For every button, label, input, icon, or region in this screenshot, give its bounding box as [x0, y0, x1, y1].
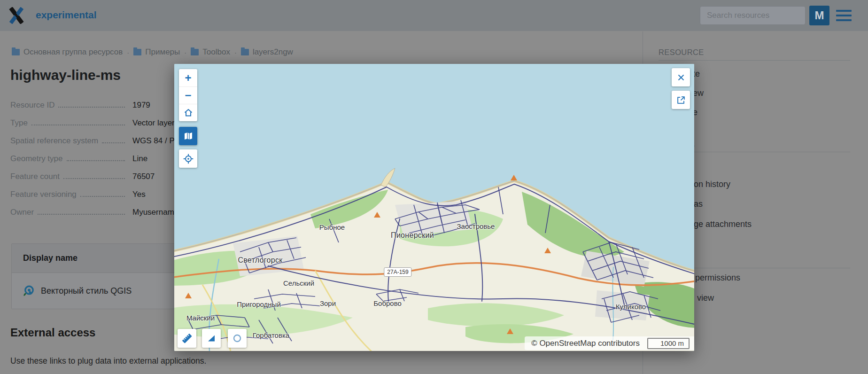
dotted-leader	[38, 214, 125, 215]
sidebar-item-fragment[interactable]: ge attachments	[694, 219, 752, 229]
brand-title[interactable]: experimental	[36, 9, 97, 21]
sidebar-item-fragment[interactable]: ew	[693, 88, 704, 98]
map-place-label: Куликово	[616, 303, 646, 311]
dotted-leader	[63, 178, 125, 179]
measure-distance-button[interactable]	[178, 329, 196, 348]
qgis-style-icon	[22, 285, 35, 297]
dotted-leader	[58, 107, 125, 108]
close-icon	[676, 72, 686, 83]
map-preview-modal: Рыбное Пионерский Заостровье Светлогорск…	[174, 64, 694, 351]
breadcrumb-separator: ·	[184, 48, 186, 56]
map-attribution: © OpenStreetMap contributors 1000 m	[525, 336, 694, 350]
map-place-label: Зори	[320, 299, 336, 307]
menu-button[interactable]	[836, 10, 852, 21]
measure-area-button[interactable]	[202, 329, 221, 348]
basemap-toggle-button[interactable]	[179, 127, 197, 145]
map-icon	[183, 131, 194, 142]
menu-icon	[836, 10, 852, 12]
zoom-in-button[interactable]: +	[179, 69, 197, 86]
folder-icon	[12, 49, 20, 55]
map-place-label: Рыбное	[319, 223, 345, 231]
dotted-leader	[80, 196, 125, 197]
sidebar-item-fragment[interactable]: on history	[694, 179, 730, 189]
external-link-icon	[676, 95, 686, 105]
ruler-icon	[181, 332, 193, 344]
breadcrumb-separator: ·	[234, 48, 237, 56]
sidebar-item-fragment[interactable]: as	[694, 199, 703, 209]
map-place-label: Пионерский	[391, 231, 434, 240]
sidebar-item-fragment[interactable]: view	[697, 293, 714, 303]
target-icon	[182, 153, 194, 165]
folder-icon	[191, 49, 199, 55]
identify-circle-button[interactable]	[228, 329, 247, 348]
sidebar-heading-resource: RESOURCE	[659, 48, 704, 57]
breadcrumb: Основная группа ресурсов · Примеры · Too…	[12, 47, 293, 57]
external-access-description: Use these links to plug data into extern…	[10, 356, 206, 366]
circle-icon	[232, 333, 243, 344]
sidebar-item-fragment[interactable]: permissions	[695, 273, 740, 283]
home-icon	[183, 107, 194, 118]
avatar-initial: M	[815, 9, 824, 22]
user-avatar[interactable]: M	[809, 6, 829, 25]
locate-button[interactable]	[179, 149, 197, 168]
attribution-text[interactable]: © OpenStreetMap contributors	[531, 339, 640, 348]
open-fullmap-button[interactable]	[672, 91, 690, 109]
map-place-label: Сельский	[283, 279, 314, 287]
dotted-leader	[67, 160, 125, 161]
map-place-label: Светлогорск	[238, 256, 282, 265]
breadcrumb-item[interactable]: Примеры	[133, 47, 180, 57]
scale-bar: 1000 m	[647, 338, 690, 349]
page-title: highway-line-ms	[10, 67, 121, 83]
map-place-label: Пригородный	[237, 300, 281, 308]
folder-icon	[241, 49, 249, 55]
breadcrumb-separator: ·	[127, 48, 129, 56]
search-input[interactable]	[700, 7, 815, 24]
dotted-leader	[102, 142, 125, 143]
dotted-leader	[31, 125, 125, 125]
map-place-label: Майский	[186, 314, 215, 322]
breadcrumb-item[interactable]: layers2ngw	[241, 47, 293, 57]
angle-triangle-icon	[206, 333, 217, 344]
external-access-heading: External access	[10, 326, 95, 339]
map-place-label: Боброво	[373, 299, 402, 307]
app-header: experimental M	[0, 0, 868, 31]
search-box	[700, 6, 806, 25]
zoom-home-button[interactable]	[179, 104, 197, 121]
zoom-control: + −	[179, 69, 197, 121]
nextgis-logo-icon[interactable]	[8, 7, 24, 24]
folder-icon	[133, 49, 141, 55]
map-place-label: Горбатовка	[253, 331, 289, 339]
road-ref-badge: 27А-159	[384, 267, 411, 277]
close-modal-button[interactable]	[672, 68, 690, 86]
breadcrumb-item[interactable]: Toolbox	[191, 47, 230, 57]
zoom-out-button[interactable]: −	[179, 86, 197, 104]
map-place-label: Заостровье	[457, 222, 495, 230]
breadcrumb-item[interactable]: Основная группа ресурсов	[12, 47, 123, 57]
sidebar-rule	[659, 60, 850, 61]
